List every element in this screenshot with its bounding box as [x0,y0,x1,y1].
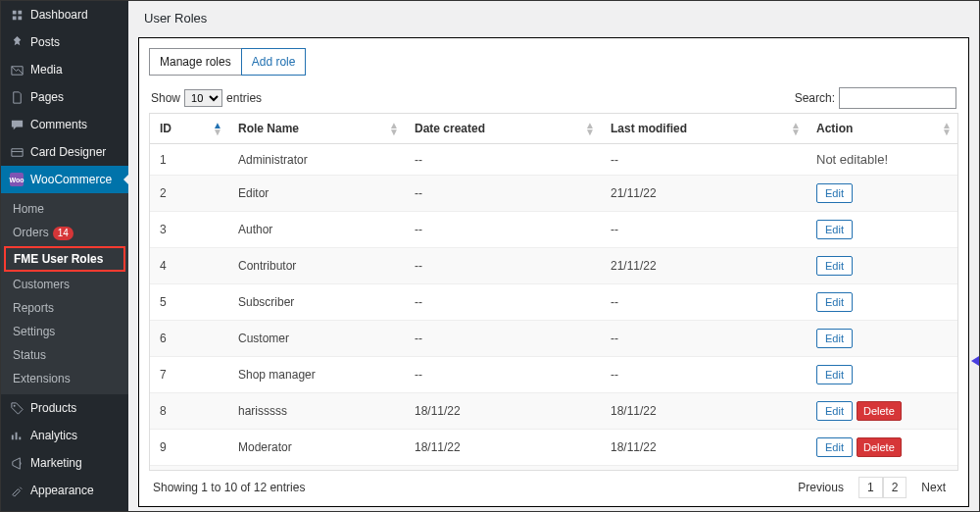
sub-item-customers[interactable]: Customers [1,273,128,296]
admin-sidebar: DashboardPostsMediaPagesCommentsCard Des… [1,1,128,511]
table-row: 7Shop manager----Edit [150,357,957,393]
mega-icon [9,455,24,471]
tab-manage-roles[interactable]: Manage roles [149,48,241,76]
cell-role-name: Shop manager [228,357,405,393]
sidebar-item-marketing[interactable]: Marketing [1,449,128,477]
cell-action: Edit [807,248,957,284]
sidebar-item-plugins[interactable]: Plugins8 [1,504,128,511]
cell-action: Edit [807,284,957,321]
cell-role-name: Administrator [228,144,405,176]
sidebar-item-media[interactable]: Media [1,56,128,83]
sort-icon: ▲▼ [942,122,952,135]
next-page[interactable]: Next [912,477,955,498]
delete-button[interactable]: Delete [857,437,902,457]
edit-button[interactable]: Edit [816,329,853,348]
edit-button[interactable]: Edit [816,401,853,421]
roles-table: ID▲▼Role Name▲▼Date created▲▼Last modifi… [150,114,957,471]
edit-button[interactable]: Edit [816,256,853,276]
woo-icon: Woo [9,172,24,187]
cell-modified: -- [601,321,807,357]
sidebar-item-products[interactable]: Products [1,394,128,422]
table-row: 3Author----Edit [150,212,957,248]
sidebar-item-analytics[interactable]: Analytics [1,422,128,449]
cell-action: EditDelete [807,393,957,430]
sidebar-item-pages[interactable]: Pages [1,83,128,111]
badge: 14 [53,227,74,240]
search-input[interactable] [839,87,956,109]
col-label: Action [816,122,853,135]
card-icon [9,144,24,160]
col-last-modified[interactable]: Last modified▲▼ [601,114,807,144]
sidebar-item-label: WooCommerce [30,173,112,186]
table-row: 8harisssss18/11/2218/11/22EditDelete [150,393,957,430]
callout-arrow-icon [969,349,979,373]
cell-id: 7 [150,357,228,393]
tab-add-role[interactable]: Add role [241,48,307,76]
cell-modified: 18/11/22 [601,393,807,430]
comment-icon [9,117,24,132]
cell-role-name: Editor [228,176,405,212]
edit-button[interactable]: Edit [816,183,853,203]
entries-select[interactable]: 10 [184,89,222,107]
sub-item-extensions[interactable]: Extensions [1,367,128,390]
cell-action: EditDelete [807,430,957,466]
sub-item-status[interactable]: Status [1,343,128,367]
sidebar-item-label: Comments [30,118,87,131]
cell-role-name: Contributor [228,248,405,284]
sub-item-reports[interactable]: Reports [1,296,128,320]
edit-button[interactable]: Edit [816,220,853,239]
edit-button[interactable]: Edit [816,292,853,312]
sub-item-orders[interactable]: Orders14 [1,221,128,245]
sort-icon: ▲▼ [389,122,399,135]
sidebar-item-appearance[interactable]: Appearance [1,477,128,504]
cell-role-name: Moderator [228,430,405,466]
delete-button[interactable]: Delete [857,401,902,421]
sub-item-label: Status [13,348,46,362]
sort-icon: ▲▼ [585,122,595,135]
table-row: 2Editor--21/11/22Edit [150,176,957,212]
prev-page[interactable]: Previous [789,477,853,498]
cell-id: 9 [150,430,228,466]
col-role-name[interactable]: Role Name▲▼ [228,114,405,144]
cell-created: -- [405,357,601,393]
tabbar: Manage roles Add role [149,48,958,76]
tag-icon [9,400,24,416]
sidebar-item-label: Posts [30,35,60,49]
cell-role-name: Subscriber [228,284,405,321]
cell-id: 5 [150,284,228,321]
show-label-prefix: Show [151,91,180,105]
sub-item-home[interactable]: Home [1,197,128,221]
sidebar-item-comments[interactable]: Comments [1,111,128,138]
cell-modified: -- [601,284,807,321]
cell-action: Edit [807,321,957,357]
sidebar-item-label: Appearance [30,484,94,497]
cell-action: Edit [807,357,957,393]
page-icon [9,89,24,105]
sidebar-item-posts[interactable]: Posts [1,28,128,56]
col-date-created[interactable]: Date created▲▼ [405,114,601,144]
col-id[interactable]: ID▲▼ [150,114,228,144]
cell-id: 6 [150,321,228,357]
cell-created: -- [405,212,601,248]
paginator: Previous 12 Next [789,477,955,498]
edit-button[interactable]: Edit [816,437,853,457]
cell-modified: -- [601,357,807,393]
edit-button[interactable]: Edit [816,365,853,384]
cell-action: Not editable! [807,144,957,176]
sub-item-label: Orders [13,226,49,239]
sub-item-settings[interactable]: Settings [1,320,128,343]
col-label: Date created [415,122,485,135]
sidebar-item-card-designer[interactable]: Card Designer [1,138,128,166]
col-action[interactable]: Action▲▼ [807,114,957,144]
cell-modified: -- [601,212,807,248]
sidebar-item-woocommerce[interactable]: WooWooCommerce [1,166,128,193]
cell-modified: 21/11/22 [601,176,807,212]
cell-created: -- [405,284,601,321]
cell-created: -- [405,248,601,284]
sidebar-item-label: Dashboard [30,8,88,22]
table-row: 1Administrator----Not editable! [150,144,957,176]
sidebar-item-dashboard[interactable]: Dashboard [1,1,128,28]
page-2[interactable]: 2 [883,477,907,498]
page-1[interactable]: 1 [858,477,883,498]
sub-item-fme-user-roles[interactable]: FME User Roles [4,246,125,272]
